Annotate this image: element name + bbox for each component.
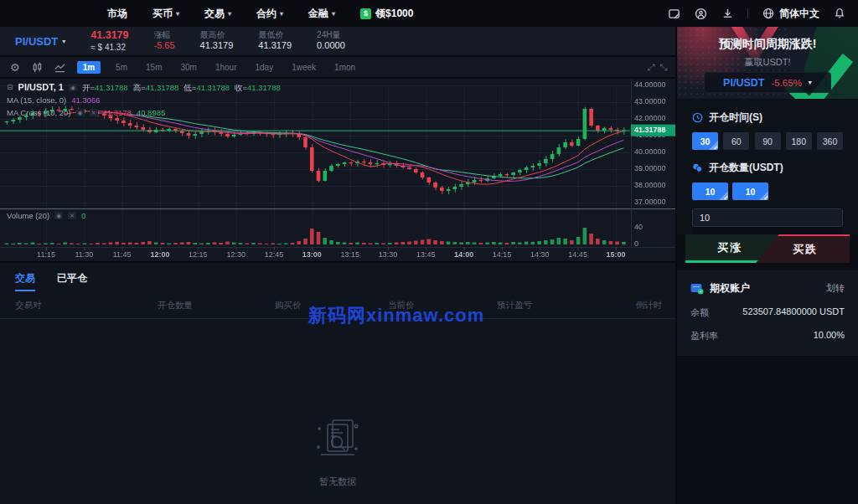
tab-trading[interactable]: 交易 [15,271,35,291]
language-selector[interactable]: 简体中文 [762,7,819,21]
remove-indicator-icon[interactable] [90,109,98,116]
order-buttons: 买涨 买跌 [685,234,850,263]
timeframe-1week[interactable]: 1week [288,61,319,74]
visibility-icon[interactable] [54,212,63,219]
coins-icon [692,162,703,173]
nav-item-contract[interactable]: 合约▾ [256,7,283,21]
promo-banner: 预测时间周期涨跌! 赢取USDT! PI/USDT -5.65% ▾ [677,27,858,99]
amount-input[interactable] [692,208,843,227]
timeframe-1m[interactable]: 1m [77,61,101,74]
amount-option-2[interactable]: 10 [732,183,768,200]
chart-legend: ⊟ PI/USDT, 1 开=41.31788 高=41.31788 低=41.… [7,81,281,119]
sidebar-spacer [677,356,858,504]
clock-icon [692,112,703,123]
positions-tabs: 交易 已平仓 [0,271,675,291]
volume-legend: Volume (20) 0 [7,211,86,220]
visibility-icon[interactable] [76,109,85,116]
nav-item-buy-coin[interactable]: 买币▾ [152,7,179,21]
stat-volume: 24H量 0.0000 [317,30,345,52]
indicators-icon[interactable] [54,62,65,73]
nav-menu: 市场 买币▾ 交易▾ 合约▾ 金融▾ 领$1000 [107,7,413,21]
pair-dropdown[interactable]: PI/USDT -5.65% ▾ [704,72,831,93]
amount-options: 10 10 [692,183,843,200]
gear-icon[interactable]: ⚙ [10,61,20,74]
collapse-icon[interactable]: ⤡ [659,62,667,73]
chevron-down-icon: ▾ [62,38,65,45]
transfer-link[interactable]: 划转 [826,282,845,295]
time-option-30[interactable]: 30 [692,132,718,150]
visibility-icon[interactable] [69,84,77,91]
open-amount-label: 开仓数量(USDT) [692,161,843,175]
chart-area: ⊟ PI/USDT, 1 开=41.31788 高=41.31788 低=41.… [0,79,675,261]
timeframe-5m[interactable]: 5m [112,61,131,74]
download-icon[interactable] [721,7,734,20]
stat-change: 涨幅 -5.65 [154,30,175,52]
no-data-icon [311,415,364,464]
candle-style-icon[interactable] [32,62,43,73]
tab-closed[interactable]: 已平仓 [57,271,87,291]
bonus-badge[interactable]: 领$1000 [360,7,413,21]
stat-low: 最低价 41.3179 [258,30,292,52]
chevron-down-icon: ▾ [809,79,812,86]
open-time-options: 30 60 90 180 360 [692,132,843,150]
balance-row: 余额 523507.84800000 USDT [690,306,845,319]
timeframe-1mon[interactable]: 1mon [331,61,359,74]
expand-icon[interactable]: ⤢ [647,62,654,73]
table-header: 交易对 开仓数量 购买价 当前价 预计盈亏 倒计时 [0,291,675,318]
nav-item-market[interactable]: 市场 [107,7,127,21]
chevron-down-icon: ▾ [280,10,283,18]
trade-sidebar: 预测时间周期涨跌! 赢取USDT! PI/USDT -5.65% ▾ 开仓时间(… [677,27,858,504]
open-time-label: 开仓时间(S) [692,111,843,125]
ticker-bar: PI/USDT ▾ 41.3179 ≈ $ 41.32 涨幅 -5.65 最高价… [0,27,675,55]
bell-icon[interactable] [833,7,846,20]
profit-rate-row: 盈利率 10.00% [690,330,845,342]
nav-right: 简体中文 [667,7,846,21]
app-window: 市场 买币▾ 交易▾ 合约▾ 金融▾ 领$1000 [0,0,858,504]
empty-state: 暂无数据 [0,319,675,504]
order-controls: 开仓时间(S) 30 60 90 180 360 开仓数量(USDT) 10 1… [677,99,858,234]
account-panel: 期权账户 划转 余额 523507.84800000 USDT 盈利率 10.0… [677,270,858,356]
chevron-down-icon: ▾ [176,10,179,18]
timeframe-1day[interactable]: 1day [252,61,277,74]
orders-icon[interactable] [667,7,680,20]
time-option-360[interactable]: 360 [817,132,843,150]
chart-toolbar: ⚙ 1m 5m 15m 30m 1hour 1day 1week 1mon ⤢ … [0,57,675,77]
amount-option-1[interactable]: 10 [692,183,728,200]
remove-indicator-icon[interactable] [68,212,76,219]
nav-item-trade[interactable]: 交易▾ [204,7,231,21]
pair-selector[interactable]: PI/USDT ▾ [15,35,65,48]
timeframe-15m[interactable]: 15m [142,61,165,74]
stat-high: 最高价 41.3179 [200,30,234,52]
timeframe-1hour[interactable]: 1hour [212,61,240,74]
chevron-down-icon: ▾ [332,10,335,18]
positions-panel: 交易 已平仓 交易对 开仓数量 购买价 当前价 预计盈亏 倒计时 [0,263,675,504]
nav-item-finance[interactable]: 金融▾ [308,7,335,21]
last-price: 41.3179 ≈ $ 41.32 [90,29,128,53]
timeframe-30m[interactable]: 30m [177,61,199,74]
globe-icon [762,7,775,20]
money-icon [360,8,371,19]
chevron-down-icon: ▾ [228,10,231,18]
time-option-90[interactable]: 90 [755,132,781,150]
account-icon[interactable] [694,7,707,20]
divider [747,8,748,18]
divider [692,227,843,234]
time-option-180[interactable]: 180 [786,132,812,150]
wallet-icon [690,283,704,295]
collapse-legend-icon[interactable]: ⊟ [7,81,13,94]
time-option-60[interactable]: 60 [723,132,749,150]
top-nav: 市场 买币▾ 交易▾ 合约▾ 金融▾ 领$1000 [0,0,858,27]
